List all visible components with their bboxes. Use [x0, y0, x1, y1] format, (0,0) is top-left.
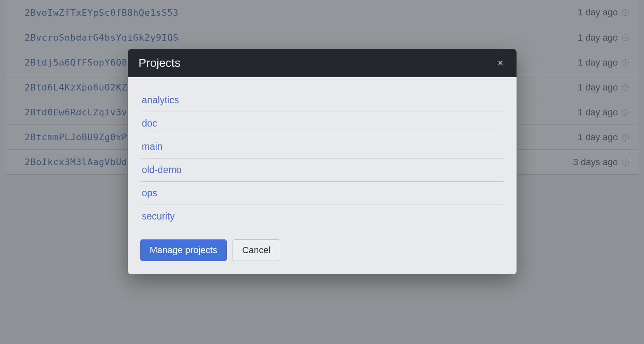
modal-header: Projects × [128, 49, 517, 77]
project-item-security[interactable]: security [140, 205, 504, 228]
close-icon[interactable]: × [495, 57, 506, 69]
modal-actions: Manage projects Cancel [140, 239, 504, 261]
project-item-old-demo[interactable]: old-demo [140, 159, 504, 182]
project-item-analytics[interactable]: analytics [140, 89, 504, 112]
modal-title: Projects [139, 56, 181, 70]
project-item-ops[interactable]: ops [140, 182, 504, 205]
cancel-button[interactable]: Cancel [233, 239, 280, 261]
project-item-doc[interactable]: doc [140, 112, 504, 135]
project-item-main[interactable]: main [140, 135, 504, 159]
manage-projects-button[interactable]: Manage projects [140, 239, 227, 261]
project-list: analytics doc main old-demo ops security [140, 89, 504, 228]
modal-backdrop[interactable]: Projects × analytics doc main old-demo o… [0, 0, 644, 344]
projects-modal: Projects × analytics doc main old-demo o… [128, 49, 517, 274]
modal-body: analytics doc main old-demo ops security… [128, 77, 517, 274]
